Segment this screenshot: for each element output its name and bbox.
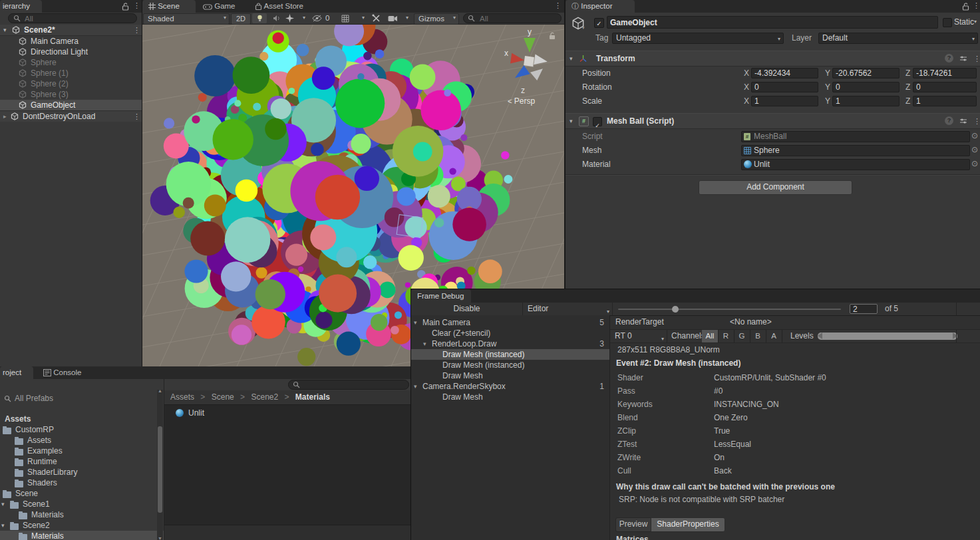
levels-range-slider[interactable] — [818, 333, 957, 340]
fd-tree-renderloop-draw[interactable]: ▾ RenderLoop.Draw 3 — [411, 338, 609, 349]
position-y-input[interactable] — [832, 68, 899, 78]
breadcrumb-assets[interactable]: Assets — [170, 392, 194, 402]
gizmo-center-cube[interactable] — [524, 56, 534, 67]
hierarchy-item-directional-light[interactable]: Directional Light — [0, 47, 142, 57]
projection-mode[interactable]: < Persp — [508, 96, 535, 106]
scale-y-input[interactable] — [832, 96, 899, 106]
channel-r-button[interactable]: R — [718, 330, 735, 342]
dontdestroy-menu-icon[interactable]: ⋮ — [133, 111, 140, 122]
tab-inspector[interactable]: ⓘ Inspector — [566, 0, 635, 13]
scene-header-menu-icon[interactable]: ⋮ — [133, 25, 140, 35]
event-slider-knob[interactable] — [672, 306, 679, 313]
hierarchy-item-sphere-2[interactable]: Sphere (2) — [0, 78, 142, 89]
rotation-z-input[interactable] — [913, 82, 977, 92]
scene-tab-menu-icon[interactable]: ⋮ — [554, 1, 562, 10]
current-event-input[interactable] — [850, 304, 878, 314]
help-icon[interactable]: ? — [945, 54, 953, 63]
inspector-menu-icon[interactable]: ⋮ — [973, 1, 980, 10]
levels-min-handle[interactable] — [818, 333, 822, 339]
project-folder-scene[interactable]: Scene — [0, 488, 164, 499]
scene-search-field[interactable] — [463, 13, 562, 23]
target-dropdown[interactable]: Editor ▾ — [522, 303, 613, 315]
channel-g-button[interactable]: G — [734, 330, 750, 342]
event-slider-track[interactable] — [618, 309, 841, 310]
position-x-input[interactable] — [751, 68, 818, 78]
project-folder-shaders[interactable]: Shaders — [0, 477, 164, 488]
audio-toggle-button[interactable] — [269, 13, 283, 23]
preview-button[interactable]: Preview — [615, 517, 651, 532]
position-z-input[interactable] — [913, 68, 977, 78]
channel-all-button[interactable]: All — [702, 330, 719, 342]
gameobject-name-input[interactable] — [607, 16, 938, 29]
hierarchy-item-sphere-1[interactable]: Sphere (1) — [0, 68, 142, 78]
scale-z-input[interactable] — [913, 96, 977, 106]
foldout-open-icon[interactable]: ▾ — [423, 338, 426, 349]
gameobject-active-checkbox[interactable]: ✓ — [594, 18, 604, 28]
mesh-object-field[interactable]: Sphere — [741, 145, 970, 156]
project-folder-examples[interactable]: Examples — [0, 446, 164, 456]
scroll-down-icon[interactable]: ▼ — [158, 536, 162, 540]
foldout-open-icon[interactable]: ▾ — [1, 499, 5, 509]
hierarchy-item-main-camera[interactable]: Main Camera — [0, 36, 142, 47]
object-picker-icon[interactable]: ⊙ — [971, 145, 978, 154]
mesh-ball-enabled-checkbox[interactable]: ✓ — [593, 117, 602, 126]
channel-b-button[interactable]: B — [750, 330, 766, 342]
static-dropdown-icon[interactable]: ▾ — [974, 19, 977, 25]
material-object-field[interactable]: Unlit — [741, 159, 970, 170]
project-search-field[interactable] — [288, 380, 409, 390]
help-icon[interactable]: ? — [945, 116, 953, 125]
favorites-all-prefabs[interactable]: All Prefabs — [0, 393, 164, 404]
object-picker-icon[interactable]: ⊙ — [971, 159, 978, 168]
transform-menu-icon[interactable]: ⋮ — [973, 51, 980, 66]
gameobject-icon-dropdown-icon[interactable]: ▾ — [582, 25, 585, 31]
hierarchy-item-gameobject[interactable]: GameObject — [0, 100, 142, 110]
camera-settings-dropdown[interactable]: ▾ — [386, 13, 411, 23]
add-component-button[interactable]: Add Component — [699, 180, 852, 195]
breadcrumb-scene[interactable]: Scene — [212, 392, 234, 402]
project-folder-shaderlibrary[interactable]: ShaderLibrary — [0, 467, 164, 477]
foldout-open-icon[interactable]: ▾ — [570, 114, 573, 128]
project-folder-scene1[interactable]: ▾ Scene1 — [0, 499, 164, 509]
fd-tree-draw-mesh-instanced-selected[interactable]: Draw Mesh (instanced) — [411, 349, 609, 360]
hierarchy-dontdestroyonload-header[interactable]: ▸ DontDestroyOnLoad ⋮ — [0, 110, 142, 122]
project-folder-scene2-materials[interactable]: Materials — [0, 531, 164, 540]
foldout-open-icon[interactable]: ▾ — [3, 25, 7, 35]
tab-scene[interactable]: Scene — [142, 0, 196, 13]
hierarchy-item-sphere-3[interactable]: Sphere (3) — [0, 89, 142, 100]
static-checkbox[interactable] — [943, 18, 952, 27]
script-object-field[interactable]: # MeshBall — [741, 131, 970, 142]
shading-mode-dropdown[interactable]: Shaded ▾ — [143, 13, 230, 25]
layer-dropdown[interactable]: Default ▾ — [818, 33, 978, 44]
tools-button[interactable] — [369, 13, 385, 23]
project-folder-scene1-materials[interactable]: Materials — [0, 509, 164, 520]
lock-icon[interactable] — [962, 3, 969, 11]
axis-white-cone-down[interactable] — [530, 65, 546, 80]
asset-item-unlit[interactable]: Unlit — [164, 408, 412, 418]
project-folder-runtime[interactable]: Runtime — [0, 456, 164, 467]
axis-y-cone[interactable] — [524, 38, 536, 53]
channel-a-button[interactable]: A — [766, 330, 782, 342]
lighting-toggle-button[interactable] — [252, 13, 267, 23]
presets-icon[interactable] — [959, 117, 967, 125]
hierarchy-search-input[interactable] — [8, 13, 137, 23]
tag-dropdown[interactable]: Untagged ▾ — [612, 33, 784, 44]
disable-button[interactable]: Disable — [411, 303, 523, 315]
fd-tree-draw-mesh-instanced[interactable]: Draw Mesh (instanced) — [411, 360, 609, 370]
project-root-assets[interactable]: Assets — [0, 414, 164, 424]
breadcrumb-materials[interactable]: Materials — [295, 392, 330, 402]
fd-tree-clear[interactable]: Clear (Z+stencil) — [411, 328, 609, 338]
hierarchy-item-sphere[interactable]: Sphere — [0, 57, 142, 68]
viewport-lock-icon[interactable] — [548, 32, 556, 40]
hidden-objects-button[interactable]: 0 — [311, 13, 337, 23]
project-folder-customrp[interactable]: CustomRP — [0, 424, 164, 435]
scene-search-input[interactable] — [463, 13, 562, 23]
shader-properties-button[interactable]: ShaderProperties — [651, 517, 725, 532]
scroll-up-icon[interactable]: ▲ — [158, 388, 162, 393]
gizmos-dropdown[interactable]: Gizmos ▾ — [414, 13, 459, 25]
hierarchy-menu-icon[interactable]: ⋮ — [133, 1, 140, 10]
project-tree-scrollbar[interactable]: ▲ ▼ — [157, 390, 163, 540]
rotation-y-input[interactable] — [832, 82, 899, 92]
tab-console[interactable]: Console — [37, 366, 87, 379]
hierarchy-scene-header[interactable]: ▾ Scene2* ⋮ — [0, 25, 142, 36]
tab-game[interactable]: Game — [197, 0, 242, 13]
